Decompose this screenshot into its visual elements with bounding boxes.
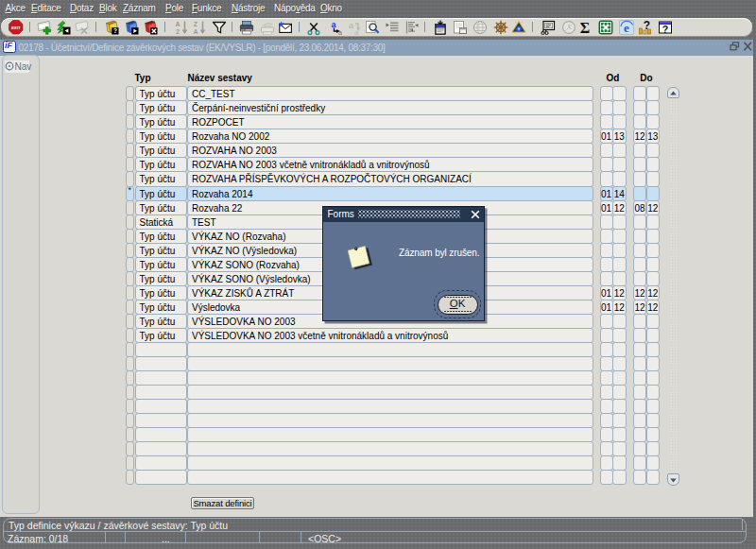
svg-text:Σ: Σ xyxy=(580,20,590,35)
svg-text:EXIT: EXIT xyxy=(10,25,20,29)
svg-text:?: ? xyxy=(662,24,667,35)
svg-text:2: 2 xyxy=(176,28,180,35)
svg-text:?: ? xyxy=(644,20,650,32)
svg-text:a: a xyxy=(354,28,359,36)
svg-text:e: e xyxy=(624,21,629,35)
svg-text:A: A xyxy=(175,21,180,27)
svg-text:Z: Z xyxy=(194,21,198,27)
svg-text:A: A xyxy=(193,28,198,35)
svg-text:a: a xyxy=(338,29,342,36)
svg-text:?: ? xyxy=(113,27,117,34)
